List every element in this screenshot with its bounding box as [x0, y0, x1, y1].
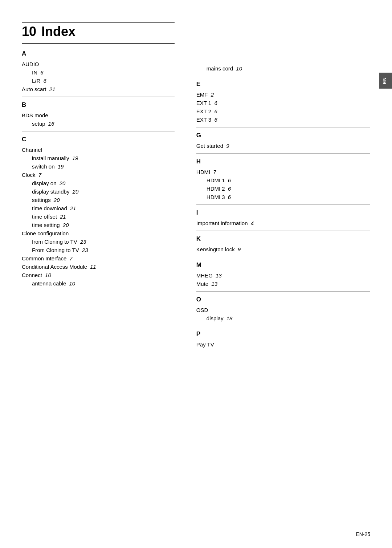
list-item: mains cord 10	[196, 65, 370, 72]
section-divider	[196, 153, 370, 154]
list-item: From Cloning to TV 23	[22, 247, 175, 253]
section-divider	[196, 76, 370, 76]
section-letter-b: B	[22, 101, 175, 109]
section-letter-e: E	[196, 81, 370, 88]
page-title: Index	[41, 24, 75, 39]
list-item: display on 20	[22, 180, 175, 186]
page-number: 10	[22, 24, 36, 39]
section-letter-a: A	[22, 50, 175, 57]
continued-entries: mains cord 10	[196, 65, 370, 72]
bottom-line	[22, 43, 175, 44]
list-item: Get started 9	[196, 143, 370, 149]
section-letter-o: O	[196, 296, 370, 303]
list-item: Conditional Access Module 11	[22, 264, 175, 270]
section-divider	[196, 291, 370, 292]
section-divider	[196, 257, 370, 257]
list-item: IN 6	[22, 69, 175, 76]
page-container: EN 10Index A AUDIO IN 6 L/R 6 Auto scart…	[0, 0, 392, 548]
list-item: display 18	[196, 315, 370, 321]
list-item: install manually 19	[22, 155, 175, 161]
list-item: L/R 6	[22, 78, 175, 84]
list-item: Clock 7	[22, 172, 175, 178]
en-tab: EN	[379, 73, 392, 89]
list-item: time download 21	[22, 205, 175, 211]
list-item: Kensington lock 9	[196, 246, 370, 252]
section-letter-c: C	[22, 136, 175, 143]
list-item: Mute 13	[196, 281, 370, 287]
list-item: Clone configuration	[22, 230, 175, 236]
list-item: EXT 1 6	[196, 100, 370, 106]
list-item: EXT 3 6	[196, 117, 370, 123]
section-letter-m: M	[196, 261, 370, 269]
list-item: AUDIO	[22, 61, 175, 67]
list-item: HDMI 1 6	[196, 177, 370, 183]
list-item: HDMI 7	[196, 169, 370, 175]
list-item: OSD	[196, 307, 370, 313]
list-item: BDS mode	[22, 112, 175, 118]
list-item: MHEG 13	[196, 272, 370, 279]
list-item: antenna cable 10	[22, 280, 175, 287]
page-title-section: 10Index	[22, 24, 175, 39]
section-divider	[196, 326, 370, 326]
list-item: time offset 21	[22, 214, 175, 220]
list-item: setup 16	[22, 121, 175, 127]
list-item: Pay TV	[196, 341, 370, 348]
section-divider	[196, 127, 370, 127]
section-letter-g: G	[196, 132, 370, 139]
list-item: time setting 20	[22, 222, 175, 228]
section-divider	[196, 204, 370, 205]
section-letter-k: K	[196, 235, 370, 243]
list-item: display standby 20	[22, 188, 175, 195]
list-item: from Cloning to TV 23	[22, 239, 175, 245]
list-item: EXT 2 6	[196, 108, 370, 114]
list-item: HDMI 3 6	[196, 194, 370, 200]
section-divider	[196, 231, 370, 231]
list-item: Auto scart 21	[22, 86, 175, 92]
section-letter-i: I	[196, 209, 370, 216]
list-item: Important information 4	[196, 220, 370, 226]
top-line	[22, 22, 175, 23]
list-item: EMF 2	[196, 92, 370, 98]
list-item: Connect 10	[22, 272, 175, 278]
right-column: mains cord 10 E EMF 2 EXT 1 6 EXT 2 6 EX…	[189, 22, 370, 526]
list-item: settings 20	[22, 197, 175, 203]
section-letter-h: H	[196, 158, 370, 165]
list-item: HDMI 2 6	[196, 186, 370, 192]
left-column: 10Index A AUDIO IN 6 L/R 6 Auto scart 21…	[22, 22, 189, 526]
section-divider	[22, 97, 175, 97]
list-item: Channel	[22, 147, 175, 153]
section-divider	[22, 131, 175, 131]
section-letter-p: P	[196, 330, 370, 338]
page-footer: EN-25	[356, 531, 370, 537]
list-item: Common Interface 7	[22, 255, 175, 261]
list-item: switch on 19	[22, 163, 175, 170]
